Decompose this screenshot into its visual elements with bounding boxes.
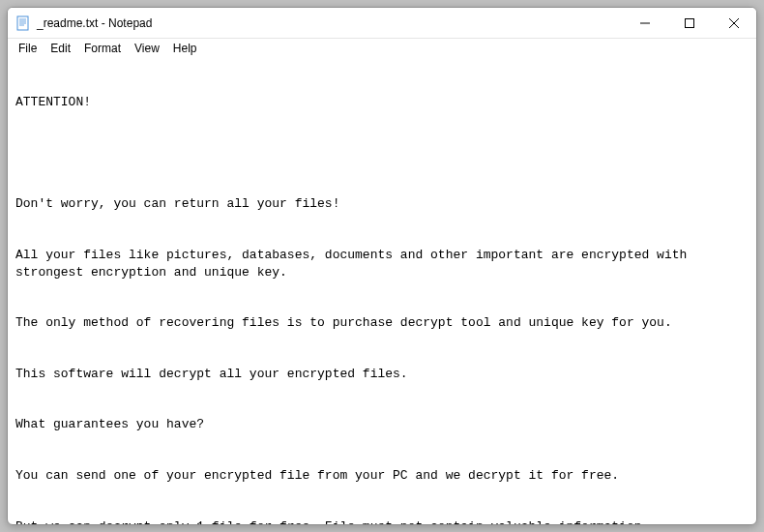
text-line: You can send one of your encrypted file … [15,467,749,485]
text-line: But we can decrypt only 1 file for free.… [15,518,749,524]
text-line: Don't worry, you can return all your fil… [15,195,749,213]
notepad-icon [15,15,31,31]
minimize-button[interactable] [623,8,667,38]
menu-format[interactable]: Format [77,41,128,56]
text-line: All your files like pictures, databases,… [15,247,749,281]
text-line: What guarantees you have? [15,416,749,433]
svg-rect-6 [686,18,694,27]
close-button[interactable] [712,8,756,38]
menubar: File Edit Format View Help [8,39,756,58]
window-title: _readme.txt - Notepad [37,16,623,30]
menu-file[interactable]: File [12,41,44,56]
titlebar[interactable]: _readme.txt - Notepad [8,8,756,39]
text-line: ATTENTION! [15,94,749,111]
menu-view[interactable]: View [128,41,166,56]
menu-help[interactable]: Help [166,41,204,56]
maximize-button[interactable] [667,8,712,38]
notepad-window: _readme.txt - Notepad File Edit Format V… [7,7,757,525]
window-controls [623,8,756,38]
text-line [15,145,749,163]
text-line: The only method of recovering files is t… [15,314,749,332]
menu-edit[interactable]: Edit [44,41,77,56]
text-area[interactable]: ATTENTION! Don't worry, you can return a… [8,58,756,524]
text-line: This software will decrypt all your encr… [15,366,749,383]
